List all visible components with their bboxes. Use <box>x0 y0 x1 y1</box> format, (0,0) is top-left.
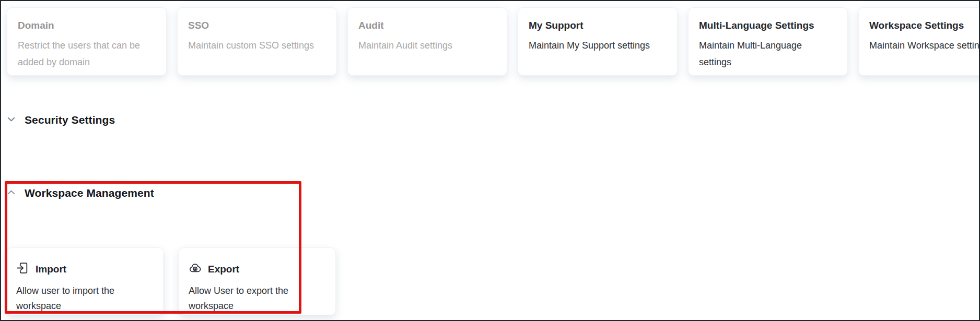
card-description: Maintain My Support settings <box>529 37 664 54</box>
permission-cards-row: Domain Restrict the users that can be ad… <box>7 7 980 76</box>
card-title: SSO <box>188 19 324 32</box>
card-my-support[interactable]: My Support Maintain My Support settings <box>518 7 678 76</box>
import-card-title: Import <box>36 264 66 275</box>
card-title: Workspace Settings <box>869 19 980 32</box>
settings-page: Domain Restrict the users that can be ad… <box>0 0 980 321</box>
workspace-management-cards-row: Import Allow user to import the workspac… <box>6 247 336 315</box>
card-description: Maintain Workspace settings <box>869 37 980 54</box>
cloud-download-icon <box>189 261 202 277</box>
section-title: Workspace Management <box>25 187 154 199</box>
card-import[interactable]: Import Allow user to import the workspac… <box>6 247 164 315</box>
card-description: Restrict the users that can be added by … <box>18 37 154 70</box>
card-multi-language-settings[interactable]: Multi-Language Settings Maintain Multi-L… <box>688 7 848 76</box>
chevron-down-icon[interactable] <box>6 114 16 126</box>
section-title: Security Settings <box>25 114 115 126</box>
export-card-header: Export <box>189 261 324 277</box>
card-sso: SSO Maintain custom SSO settings <box>177 7 337 76</box>
card-title: Audit <box>358 19 494 32</box>
section-header-security-settings[interactable]: Security Settings <box>6 112 115 128</box>
card-description: Maintain Multi-Language settings <box>699 37 835 70</box>
card-title: Multi-Language Settings <box>699 19 835 32</box>
chevron-up-icon[interactable] <box>6 187 16 199</box>
card-description: Maintain Audit settings <box>358 37 494 54</box>
card-description: Maintain custom SSO settings <box>188 37 324 54</box>
import-card-header: Import <box>16 261 151 277</box>
card-domain: Domain Restrict the users that can be ad… <box>7 7 167 76</box>
card-title: Domain <box>18 19 154 32</box>
card-workspace-settings[interactable]: Workspace Settings Maintain Workspace se… <box>858 7 980 76</box>
export-card-title: Export <box>208 264 239 275</box>
file-import-icon <box>16 261 29 277</box>
export-card-description: Allow User to export the workspace <box>189 283 324 314</box>
import-card-description: Allow user to import the workspace <box>16 283 151 314</box>
card-title: My Support <box>529 19 664 32</box>
section-header-workspace-management[interactable]: Workspace Management <box>6 185 154 201</box>
card-audit: Audit Maintain Audit settings <box>347 7 507 76</box>
card-export[interactable]: Export Allow User to export the workspac… <box>179 247 336 315</box>
